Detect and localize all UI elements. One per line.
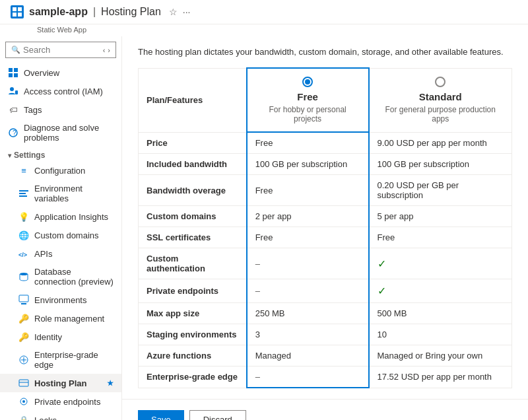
hosting-plan-star-icon: ★ xyxy=(107,379,114,388)
sidebar-item-role-management[interactable]: 🔑 Role management xyxy=(0,309,121,328)
free-value-cell: – xyxy=(247,279,369,303)
sidebar-item-apis[interactable]: </> APIs xyxy=(0,244,121,263)
sidebar-item-environments[interactable]: Environments xyxy=(0,291,121,309)
sidebar-item-private-endpoints[interactable]: Private endpoints xyxy=(0,392,121,411)
feature-name-cell: Max app size xyxy=(139,303,247,324)
header: sample-app | Hosting Plan ☆ ··· xyxy=(0,0,528,24)
custom-domains-icon: 🌐 xyxy=(18,230,29,240)
checkmark-icon: ✓ xyxy=(378,258,386,269)
content-area: The hosting plan dictates your bandwidth… xyxy=(122,36,528,420)
tags-icon: 🏷 xyxy=(8,104,18,115)
free-value-cell: – xyxy=(247,367,369,388)
checkmark-icon: ✓ xyxy=(378,285,386,297)
app-subtitle: Static Web App xyxy=(0,24,528,36)
sidebar-item-diagnose[interactable]: ? Diagnose and solve problems xyxy=(0,119,121,147)
sidebar-item-access-label: Access control (IAM) xyxy=(24,87,103,96)
sidebar-item-configuration[interactable]: ≡ Configuration xyxy=(0,161,121,180)
app-icon xyxy=(11,5,24,18)
feature-name-cell: Included bandwidth xyxy=(139,154,247,175)
grid-icon xyxy=(8,67,18,78)
page-title: Hosting Plan xyxy=(101,6,161,18)
standard-value-cell: Managed or Bring your own xyxy=(369,345,512,367)
sidebar-section-settings[interactable]: ▾ Settings xyxy=(0,147,121,161)
sidebar-item-locks[interactable]: 🔒 Locks xyxy=(0,411,121,420)
configuration-icon: ≡ xyxy=(18,165,29,176)
save-button[interactable]: Save xyxy=(138,410,184,420)
svg-point-10 xyxy=(16,91,17,92)
dash-icon: – xyxy=(255,372,260,382)
table-row: Enterprise-grade edge–17.52 USD per app … xyxy=(139,367,512,388)
free-value-cell: 250 MB xyxy=(247,303,369,324)
standard-value-cell: 500 MB xyxy=(369,303,512,324)
svg-rect-0 xyxy=(13,7,16,11)
svg-text:</>: </> xyxy=(18,252,27,258)
more-options-icon[interactable]: ··· xyxy=(183,7,191,17)
sidebar-item-locks-label: Locks xyxy=(34,415,57,421)
sidebar-item-env-variables[interactable]: Environment variables xyxy=(0,180,121,207)
sidebar-item-apis-label: APIs xyxy=(34,249,52,259)
search-box[interactable]: 🔍 ‹ › xyxy=(5,42,116,58)
svg-rect-19 xyxy=(21,303,26,304)
sidebar-item-database-label: Database connection (preview) xyxy=(34,267,114,287)
free-value-cell: Free xyxy=(247,132,369,154)
svg-rect-6 xyxy=(9,73,13,77)
feature-name-cell: Staging environments xyxy=(139,324,247,345)
feature-name-cell: SSL certificates xyxy=(139,227,247,248)
plan-table: Plan/Features Free xyxy=(138,67,512,388)
sidebar-item-environments-label: Environments xyxy=(34,295,86,305)
free-plan-radio[interactable] xyxy=(302,77,313,87)
standard-value-cell: ✓ xyxy=(369,279,512,303)
access-control-icon xyxy=(8,86,18,96)
feature-name-cell: Price xyxy=(139,132,247,154)
free-value-cell: – xyxy=(247,248,369,279)
discard-button[interactable]: Discard xyxy=(189,410,246,420)
sidebar-item-identity[interactable]: 🔑 Identity xyxy=(0,328,121,346)
sidebar-item-edge-label: Enterprise-grade edge xyxy=(34,350,114,370)
sidebar-item-database[interactable]: Database connection (preview) xyxy=(0,263,121,291)
private-endpoints-icon xyxy=(18,396,29,407)
database-icon xyxy=(18,271,29,282)
app-insights-icon: 💡 xyxy=(18,211,29,222)
standard-value-cell: 9.00 USD per app per month xyxy=(369,132,512,154)
sidebar-item-hosting-plan[interactable]: Hosting Plan ★ xyxy=(0,374,121,392)
svg-rect-18 xyxy=(19,295,28,302)
standard-value-cell: 17.52 USD per app per month xyxy=(369,367,512,388)
free-value-cell: 100 GB per subscription xyxy=(247,154,369,175)
hosting-plan-icon xyxy=(18,378,29,388)
standard-plan-header[interactable]: Standard For general purpose production … xyxy=(369,68,512,132)
dash-icon: – xyxy=(255,259,260,269)
svg-rect-3 xyxy=(18,13,22,17)
feature-name-cell: Azure functions xyxy=(139,345,247,367)
collapse-right-icon[interactable]: › xyxy=(108,46,110,54)
locks-icon: 🔒 xyxy=(18,415,29,420)
collapse-left-icon[interactable]: ‹ xyxy=(103,46,106,54)
sidebar-item-overview[interactable]: Overview xyxy=(0,63,121,82)
standard-value-cell: 5 per app xyxy=(369,206,512,227)
free-plan-header[interactable]: Free For hobby or personal projects xyxy=(247,68,369,132)
env-variables-icon xyxy=(18,188,29,199)
svg-rect-4 xyxy=(9,68,13,72)
svg-point-17 xyxy=(20,273,28,275)
standard-plan-desc: For general purpose production apps xyxy=(378,105,504,123)
sidebar-item-enterprise-edge[interactable]: Enterprise-grade edge xyxy=(0,346,121,374)
sidebar-item-custom-domains[interactable]: 🌐 Custom domains xyxy=(0,226,121,244)
free-value-cell: Managed xyxy=(247,345,369,367)
standard-plan-radio[interactable] xyxy=(435,77,446,87)
sidebar-item-private-label: Private endpoints xyxy=(34,397,100,407)
search-input[interactable] xyxy=(23,45,100,55)
feature-name-cell: Custom domains xyxy=(139,206,247,227)
content-description: The hosting plan dictates your bandwidth… xyxy=(138,47,512,57)
favorite-star-icon[interactable]: ☆ xyxy=(169,7,178,17)
svg-rect-13 xyxy=(19,190,28,192)
role-management-icon: 🔑 xyxy=(18,313,29,324)
sidebar-item-access-control[interactable]: Access control (IAM) xyxy=(0,82,121,100)
sidebar-item-tags[interactable]: 🏷 Tags xyxy=(0,100,121,119)
svg-rect-21 xyxy=(19,380,28,386)
table-row: Custom authentication–✓ xyxy=(139,248,512,279)
sidebar-item-app-insights[interactable]: 💡 Application Insights xyxy=(0,207,121,226)
environments-icon xyxy=(18,295,29,305)
standard-value-cell: 10 xyxy=(369,324,512,345)
sidebar-item-role-label: Role management xyxy=(34,314,104,324)
svg-rect-1 xyxy=(18,7,22,11)
button-row: Save Discard xyxy=(122,399,528,420)
